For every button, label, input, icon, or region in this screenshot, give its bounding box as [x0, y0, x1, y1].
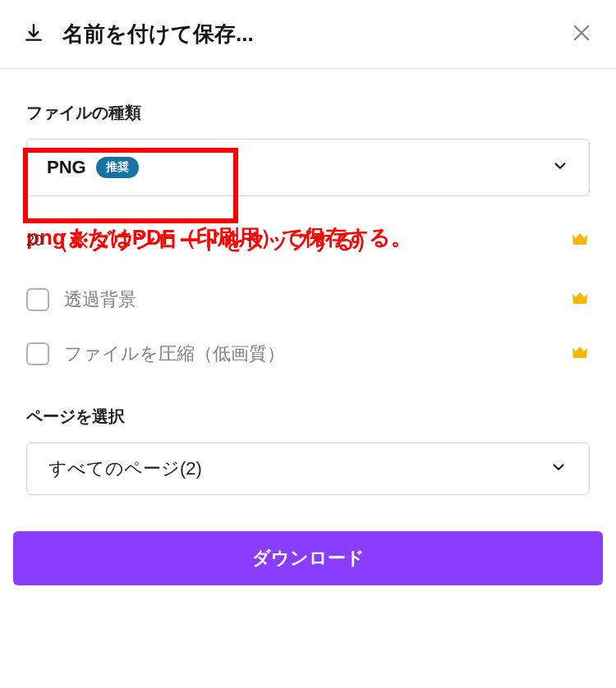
download-button[interactable]: ダウンロード	[13, 531, 603, 585]
filetype-value: PNG	[47, 157, 86, 178]
annotation-line2: （※ダウンロードをタップする）	[48, 224, 377, 257]
crown-icon	[570, 288, 590, 311]
chevron-down-icon	[551, 157, 569, 178]
dialog-title: 名前を付けて保存...	[62, 20, 570, 48]
size-prefix: 20	[26, 232, 43, 250]
transparent-bg-label: 透過背景	[64, 287, 570, 312]
compress-label: ファイルを圧縮（低画質）	[64, 342, 570, 366]
compress-checkbox[interactable]	[26, 342, 49, 365]
crown-icon	[570, 342, 590, 365]
recommended-badge: 推奨	[96, 157, 139, 178]
pages-select[interactable]: すべてのページ(2)	[26, 443, 590, 495]
crown-icon	[570, 229, 590, 252]
pages-value: すべてのページ(2)	[48, 456, 202, 481]
transparent-bg-checkbox[interactable]	[26, 288, 49, 311]
filetype-select[interactable]: PNG 推奨	[26, 139, 590, 196]
chevron-down-icon	[549, 458, 568, 479]
pages-label: ページを選択	[26, 406, 590, 428]
close-button[interactable]	[570, 21, 593, 48]
filetype-label: ファイルの種類	[26, 102, 590, 124]
download-icon	[23, 22, 44, 47]
